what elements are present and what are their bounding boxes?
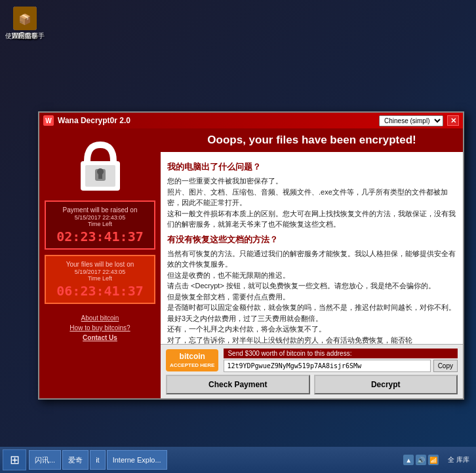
left-links: About bitcoin How to buy bitcoins? Conta… bbox=[69, 314, 130, 344]
taskbar-right: ▲ 🔊 📶 全 库库 bbox=[401, 455, 473, 465]
about-bitcoin-link[interactable]: About bitcoin bbox=[69, 314, 130, 322]
check-payment-button[interactable]: Check Payment bbox=[166, 375, 310, 394]
start-button[interactable]: ⊞ bbox=[3, 449, 26, 470]
section1-title: 我的电脑出了什么问题？ bbox=[167, 161, 456, 173]
taskbar-item-ie-label: Interne Explo... bbox=[113, 456, 161, 464]
timer1-date: 5/15/2017 22:43:05 bbox=[50, 214, 150, 221]
contact-us-link[interactable]: Contact Us bbox=[69, 334, 130, 341]
taskbar-clock: 全 库库 bbox=[444, 455, 473, 464]
window-title-icon: W bbox=[43, 115, 54, 126]
right-header: Ooops, your files have been encrypted! bbox=[161, 128, 463, 152]
taskbar-item-flash-label: 闪讯... bbox=[35, 455, 55, 465]
window-body: Payment will be raised on 5/15/2017 22:4… bbox=[39, 128, 463, 398]
svg-rect-24 bbox=[98, 174, 102, 179]
svg-text:📦: 📦 bbox=[18, 13, 31, 26]
ransomware-window: W Wana Decrypt0r 2.0 Chinese (simpl) Eng… bbox=[38, 111, 464, 400]
left-panel: Payment will be raised on 5/15/2017 22:4… bbox=[39, 128, 161, 398]
bitcoin-send-label: Send $300 worth of bitcoin to this addre… bbox=[224, 349, 458, 358]
section2-text: 当然有可恢复的方法。只能通过我们的解密服务才能恢复。我以人格担保，能够提供安全有… bbox=[167, 248, 456, 345]
timer1-countdown: 02:23:41:37 bbox=[50, 229, 150, 244]
bitcoin-row: bitcoin ACCEPTED HERE Send $300 worth of… bbox=[166, 349, 458, 372]
window-title-text: Wana Decrypt0r 2.0 bbox=[58, 116, 130, 125]
timer-lost-box: Your files will be lost on 5/19/2017 22:… bbox=[45, 255, 155, 304]
bitcoin-logo-line1: bitcoin bbox=[170, 352, 214, 362]
decrypt-button[interactable]: Decrypt bbox=[314, 375, 458, 394]
timer1-timeleft-label: Time Left bbox=[50, 221, 150, 227]
taskbar-item-it[interactable]: it bbox=[90, 450, 106, 470]
bitcoin-logo-line2: ACCEPTED HERE bbox=[170, 362, 214, 369]
copy-button[interactable]: Copy bbox=[433, 360, 458, 372]
timer2-label: Your files will be lost on bbox=[50, 260, 150, 269]
compress-icon: 📦 bbox=[13, 7, 37, 30]
section1-text: 您的一些重要文件被我加密保存了。 照片、图片、文档、压缩包、音频、视频文件、.e… bbox=[167, 176, 456, 230]
bitcoin-address-row: Copy bbox=[224, 360, 458, 372]
tray-icon-1[interactable]: ▲ bbox=[403, 455, 414, 465]
taskbar: ⊞ 闪讯... 爱奇 it Interne Explo... ▲ 🔊 📶 全 库… bbox=[0, 447, 476, 473]
tray-icon-wifi-tray[interactable]: 📶 bbox=[428, 455, 439, 465]
action-buttons: Check Payment Decrypt bbox=[166, 375, 458, 394]
tray-icon-2[interactable]: 🔊 bbox=[416, 455, 426, 465]
timer2-date: 5/19/2017 22:43:05 bbox=[50, 269, 150, 275]
timer-payment-box: Payment will be raised on 5/15/2017 22:4… bbox=[45, 200, 155, 250]
taskbar-item-it-label: it bbox=[96, 456, 100, 464]
close-button[interactable]: ✕ bbox=[447, 115, 459, 126]
taskbar-tray-label: 全 库库 bbox=[448, 455, 469, 464]
language-selector[interactable]: Chinese (simpl) English Spanish bbox=[379, 115, 443, 126]
tray-icons: ▲ 🔊 📶 bbox=[401, 455, 441, 465]
how-to-buy-link[interactable]: How to buy bitcoins? bbox=[69, 324, 130, 331]
timer2-countdown: 06:23:41:37 bbox=[50, 283, 150, 299]
desktop: K 使用桌面助手 Q 腾讯QQ ⚡ 闪讯 bbox=[0, 0, 476, 473]
lock-icon bbox=[71, 135, 130, 194]
right-panel: Ooops, your files have been encrypted! 我… bbox=[161, 128, 463, 398]
desktop-icon-compress[interactable]: 📦 压缩 bbox=[5, 7, 45, 41]
taskbar-item-aiqiyi-label: 爱奇 bbox=[68, 455, 83, 465]
window-titlebar: W Wana Decrypt0r 2.0 Chinese (simpl) Eng… bbox=[39, 113, 463, 128]
bitcoin-logo: bitcoin ACCEPTED HERE bbox=[166, 349, 218, 371]
taskbar-item-aiqiyi[interactable]: 爱奇 bbox=[62, 450, 89, 470]
timer2-timeleft-label: Time Left bbox=[50, 275, 150, 282]
bitcoin-address-input[interactable] bbox=[224, 360, 430, 372]
bitcoin-address-section: Send $300 worth of bitcoin to this addre… bbox=[224, 349, 458, 372]
taskbar-item-flash[interactable]: 闪讯... bbox=[29, 450, 61, 470]
right-content: 我的电脑出了什么问题？ 您的一些重要文件被我加密保存了。 照片、图片、文档、压缩… bbox=[161, 152, 463, 344]
section2-title: 有没有恢复这些文档的方法？ bbox=[167, 234, 456, 246]
timer1-label: Payment will be raised on bbox=[50, 206, 150, 214]
taskbar-item-ie[interactable]: Interne Explo... bbox=[107, 450, 167, 470]
compress-icon-label: 压缩 bbox=[18, 31, 31, 41]
bottom-panel: bitcoin ACCEPTED HERE Send $300 worth of… bbox=[161, 344, 463, 398]
